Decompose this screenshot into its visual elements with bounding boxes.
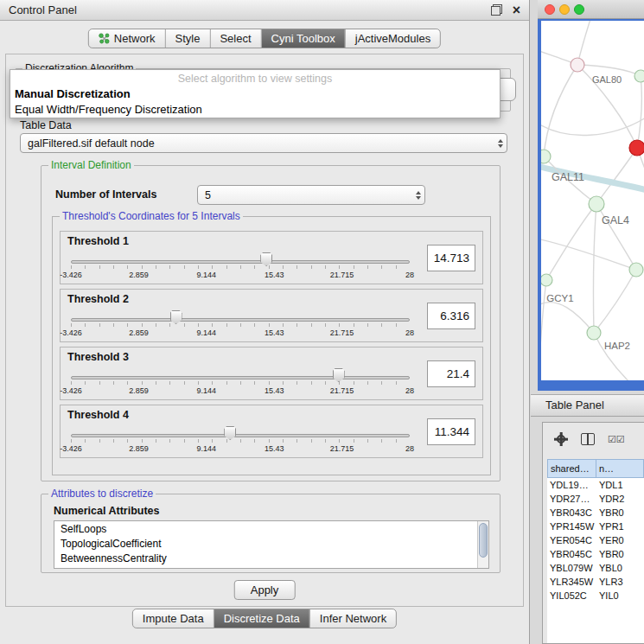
cell-name: YDL1 (596, 478, 644, 492)
table-row[interactable]: YPR145WYPR1 (547, 520, 644, 533)
network-canvas[interactable]: GAL80GAL11GAL4GCY1HAP2 (541, 21, 644, 380)
slider-track[interactable] (71, 376, 410, 379)
threshold-slider[interactable]: -3.4262.8599.14415.4321.71528 (71, 424, 410, 457)
minimize-traffic-light-icon[interactable] (559, 4, 570, 15)
slider-track[interactable] (71, 260, 410, 264)
tab-cyni-toolbox[interactable]: Cyni Toolbox (261, 29, 345, 48)
table-row[interactable]: YLR345WYLR3 (547, 575, 644, 589)
apply-button[interactable]: Apply (234, 580, 296, 600)
zoom-traffic-light-icon[interactable] (574, 4, 584, 15)
network-node[interactable] (541, 274, 552, 286)
slider-track[interactable] (71, 318, 410, 322)
slider-thumb[interactable] (170, 310, 182, 324)
attribute-item-betweennesscentrality[interactable]: BetweennessCentrality (54, 552, 477, 566)
network-node[interactable] (589, 196, 604, 212)
attributes-scrollbar[interactable] (477, 521, 488, 568)
network-node[interactable] (634, 70, 644, 82)
table-row[interactable]: YIL052CYIL0 (547, 589, 644, 603)
cell-name: YPR1 (596, 520, 644, 533)
cell-shared-name: YBL079W (547, 561, 596, 575)
close-icon[interactable]: × (513, 3, 520, 17)
tab-impute-data[interactable]: Impute Data (133, 609, 214, 628)
table-panel-title: Table Panel (545, 399, 604, 411)
table-row[interactable]: YDR27…YDR2 (547, 492, 644, 506)
attributes-group: Attributes to discretize Numerical Attri… (41, 494, 501, 573)
interval-definition-title: Interval Definition (48, 159, 134, 171)
stepper-icon[interactable] (416, 191, 421, 200)
network-node[interactable] (629, 263, 643, 277)
threshold-label: Threshold 3 (67, 351, 129, 363)
close-traffic-light-icon[interactable] (545, 4, 555, 15)
table-row[interactable]: YBL079WYBL0 (547, 561, 644, 575)
scale-label: -3.426 (60, 444, 82, 453)
node-label-gcy1: GCY1 (546, 293, 573, 303)
scale-label: -3.426 (60, 271, 82, 279)
algorithm-option-equal-width-frequency-discretization[interactable]: Equal Width/Frequency Discretization (13, 102, 497, 118)
cell-shared-name: YDR27… (547, 492, 596, 506)
attributes-list[interactable]: SelfLoopsTopologicalCoefficientBetweenne… (54, 520, 489, 569)
algorithm-option-manual-discretization[interactable]: Manual Discretization (13, 86, 497, 102)
tab-label: jActiveModules (355, 32, 430, 45)
scale-label: 2.859 (129, 271, 149, 279)
threshold-slider[interactable]: -3.4262.8599.14415.4321.71528 (71, 309, 410, 341)
slider-thumb[interactable] (224, 426, 236, 440)
network-node[interactable] (571, 58, 584, 72)
slider-ticks (71, 265, 410, 269)
slider-track[interactable] (71, 434, 410, 437)
tab-style[interactable]: Style (165, 29, 210, 48)
scale-label: 15.43 (265, 386, 284, 395)
network-node[interactable] (629, 140, 644, 156)
cell-shared-name: YPR145W (547, 520, 596, 533)
tab-jactivemodules[interactable]: jActiveModules (345, 29, 440, 48)
slider-scale: -3.4262.8599.14415.4321.71528 (71, 328, 410, 339)
float-window-icon[interactable] (491, 4, 502, 16)
cell-name: YDR2 (596, 492, 644, 506)
table-row[interactable]: YER054CYER0 (547, 533, 644, 547)
select-columns-icon[interactable]: ☑☑ (608, 434, 625, 445)
table-row[interactable]: YDL19…YDL1 (547, 478, 644, 492)
cell-shared-name: YBR045C (547, 547, 596, 561)
thresholds-group: Threshold's Coordinates for 5 Intervals … (52, 216, 491, 475)
slider-scale: -3.4262.8599.14415.4321.71528 (71, 386, 410, 397)
slider-thumb[interactable] (260, 252, 272, 266)
tab-discretize-data[interactable]: Discretize Data (214, 609, 309, 628)
node-label-hap2: HAP2 (604, 341, 630, 351)
tab-network[interactable]: Network (89, 29, 165, 48)
attribute-item-selfloops[interactable]: SelfLoops (54, 522, 477, 537)
scale-label: 15.43 (265, 328, 284, 337)
column-header[interactable]: n… (596, 459, 644, 478)
cell-name: YIL0 (596, 589, 644, 603)
network-canvas-frame: GAL80GAL11GAL4GCY1HAP2 (538, 19, 644, 391)
stepper-icon[interactable] (498, 139, 503, 148)
attribute-item-topologicalcoefficient[interactable]: TopologicalCoefficient (54, 537, 477, 552)
threshold-value-input[interactable]: 14.713 (427, 245, 475, 271)
table-row[interactable]: YBR045CYBR0 (547, 547, 644, 561)
threshold-slider[interactable]: -3.4262.8599.14415.4321.71528 (71, 251, 410, 284)
slider-ticks (71, 381, 410, 385)
scrollbar-thumb[interactable] (479, 523, 488, 558)
tab-infer-network[interactable]: Infer Network (309, 609, 396, 628)
scale-label: 9.144 (197, 444, 217, 453)
bottom-tab-bar: Impute DataDiscretize DataInfer Network (132, 609, 397, 628)
node-label-gal80: GAL80 (592, 74, 622, 85)
scale-label: -3.426 (60, 386, 82, 395)
table-row[interactable]: YBR043CYBR0 (547, 506, 644, 520)
table-data-label: Table Data (20, 119, 72, 131)
gear-icon[interactable] (554, 432, 568, 446)
tab-label: Infer Network (320, 612, 386, 625)
slider-thumb[interactable] (333, 368, 345, 382)
threshold-value-input[interactable]: 11.344 (427, 418, 475, 445)
columns-icon[interactable] (581, 433, 595, 445)
scale-label: 21.715 (330, 328, 354, 337)
slider-ticks (71, 439, 410, 443)
threshold-value-input[interactable]: 6.316 (427, 303, 475, 329)
number-of-intervals-select[interactable]: 5 (197, 185, 425, 205)
table-data-select[interactable]: galFiltered.sif default node (20, 133, 507, 153)
threshold-value-input[interactable]: 21.4 (427, 360, 475, 387)
network-edge (541, 303, 594, 333)
column-header[interactable]: shared… (547, 459, 596, 478)
network-node[interactable] (541, 150, 551, 163)
tab-select[interactable]: Select (209, 29, 260, 48)
threshold-slider[interactable]: -3.4262.8599.14415.4321.71528 (71, 367, 410, 399)
network-node[interactable] (587, 326, 601, 340)
